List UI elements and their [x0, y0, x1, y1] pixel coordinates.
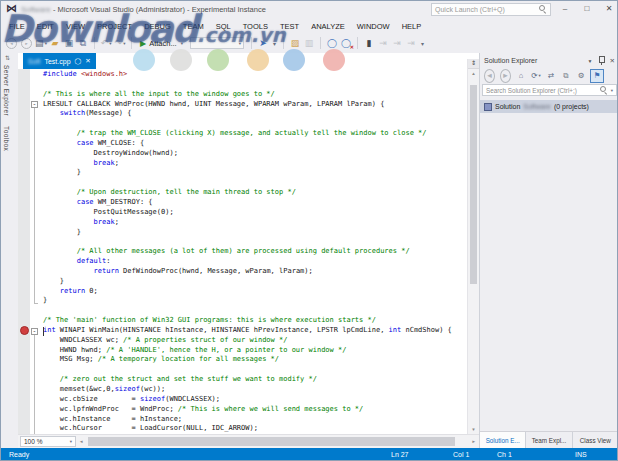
undo-icon[interactable]: ↶▾ — [100, 36, 112, 50]
solution-explorer-header[interactable]: Solution Explorer ▼ ✕ — [480, 53, 618, 68]
maximize-button[interactable]: □ — [577, 1, 597, 16]
status-bar: Ready Ln 27 Col 1 Ch 1 INS — [1, 448, 618, 461]
scroll-up-icon[interactable]: ▲ — [468, 69, 479, 78]
scroll-left-icon[interactable]: ◄ — [76, 439, 86, 444]
nav-backward-icon[interactable]: ◄ — [6, 38, 17, 49]
vertical-scroll-thumb[interactable] — [470, 85, 477, 284]
attach-label: Attach... — [149, 39, 177, 48]
menu-item-sql[interactable]: SQL — [210, 22, 237, 31]
attach-button[interactable]: ▶Attach...▾ — [137, 39, 186, 48]
status-ready: Ready — [9, 451, 29, 458]
menu-item-debug[interactable]: DEBUG — [138, 22, 177, 31]
save-all-icon[interactable]: ⧉ — [77, 36, 89, 50]
menu-item-window[interactable]: WINDOW — [351, 22, 396, 31]
pin-icon[interactable] — [598, 56, 605, 65]
properties-icon[interactable]: ⚙ — [575, 70, 587, 82]
menu-item-view[interactable]: VIEW — [60, 22, 91, 31]
fold-guide-line — [34, 335, 35, 434]
step-into-icon[interactable]: ⇥ — [377, 36, 389, 50]
chevron-down-icon[interactable]: ▼ — [588, 58, 593, 64]
split-editor-handle[interactable]: ⇕ — [468, 59, 479, 69]
minimize-button[interactable]: – — [555, 1, 575, 16]
menu-item-test[interactable]: TEST — [274, 22, 305, 31]
find-in-files-icon[interactable]: ➤ — [257, 36, 269, 50]
toolbar-options-icon[interactable]: ▾ — [271, 36, 278, 50]
close-button[interactable]: ✕ — [599, 1, 618, 16]
menu-item-project[interactable]: PROJECT — [91, 22, 138, 31]
solution-explorer-toolbar: ◄►⌂⟳▾⇄⧉⚙⚑ — [480, 68, 618, 83]
menu-item-analyze[interactable]: ANALYZE — [305, 22, 351, 31]
tab-close-icon[interactable]: ✕ — [85, 58, 90, 64]
solution-tree-item[interactable]: Solution Software (0 projects) — [480, 100, 618, 113]
code-line — [43, 365, 452, 375]
main-toolbar: ◄►▤▾▰▣⧉↶▾↷▾▶Attach...▾▾➤▾▨▥◯◯✕▮⇥⇥⇥▾ — [5, 34, 426, 52]
solution-explorer-search-input[interactable]: Search Solution Explorer (Ctrl+;) ▾ — [482, 84, 617, 96]
code-line: } — [43, 168, 452, 178]
left-vertical-tabs: Server ExplorerToolbox — [3, 65, 10, 151]
search-icon — [538, 5, 547, 14]
solution-explorer-panel: Solution Explorer ▼ ✕ ◄►⌂⟳▾⇄⧉⚙⚑ Search S… — [479, 53, 618, 448]
new-folder-icon[interactable]: ▨ — [289, 36, 301, 50]
bottom-tab-class-view[interactable]: Class View — [573, 432, 618, 448]
scroll-down-icon[interactable]: ▼ — [468, 425, 479, 434]
new-file-icon[interactable]: ▤▾ — [35, 36, 47, 50]
breakpoint-dot[interactable] — [20, 326, 29, 335]
fold-collapse-icon[interactable]: - — [31, 328, 38, 335]
menu-item-help[interactable]: HELP — [396, 22, 428, 31]
step-out-icon[interactable]: ⇥ — [405, 36, 417, 50]
breakpoint-icon[interactable]: ▮ — [363, 36, 375, 50]
code-line — [43, 178, 452, 188]
quick-launch-input[interactable]: Quick Launch (Ctrl+Q) — [431, 3, 551, 16]
bottom-tab-solution-e[interactable]: Solution E... — [480, 432, 526, 448]
code-line: wc.lpfnWndProc = WndProc; /* This is whe… — [43, 405, 452, 415]
breakpoint-margin[interactable] — [18, 69, 30, 434]
step-over-icon[interactable]: ⇥ — [391, 36, 403, 50]
code-line: /* All other messages (a lot of them) ar… — [43, 247, 452, 257]
preview-selected-icon[interactable]: ⚑ — [590, 69, 604, 83]
close-icon[interactable]: ✕ — [610, 57, 615, 65]
fold-collapse-icon[interactable]: - — [31, 101, 38, 108]
code-line: DestroyWindow(hwnd); — [43, 149, 452, 159]
scroll-right-icon[interactable]: ► — [469, 439, 479, 444]
collapse-all-icon[interactable]: ⧉ — [560, 70, 572, 82]
open-file-icon[interactable]: ▰ — [49, 36, 61, 50]
status-column: Col 1 — [453, 451, 469, 458]
save-icon[interactable]: ▣ — [63, 36, 75, 50]
tab-title: Test.cpp — [44, 58, 70, 65]
home-icon[interactable]: ⌂ — [515, 70, 527, 82]
switch-views-icon[interactable]: ⟳▾ — [530, 70, 542, 82]
code-line: /* Upon destruction, tell the main threa… — [43, 188, 452, 198]
side-tab-server-explorer[interactable]: Server Explorer — [3, 65, 10, 116]
zoom-select[interactable]: 100 % ▾ — [20, 436, 76, 447]
solution-explorer-title: Solution Explorer — [484, 57, 537, 64]
nav-forward-icon[interactable]: ► — [21, 38, 32, 49]
paste-icon[interactable]: ▥ — [303, 36, 315, 50]
new-comment-icon[interactable]: ◯ — [326, 36, 338, 50]
toolbar-separator — [131, 37, 132, 49]
code-editor[interactable]: #include <windows.h>/* This is where all… — [43, 70, 452, 434]
code-line: wc.cbSize = sizeof(WNDCLASSEX); — [43, 395, 452, 405]
toolbar-options-2-icon[interactable]: ▾ — [419, 36, 426, 50]
horizontal-scroll-thumb[interactable] — [88, 437, 455, 446]
redo-icon[interactable]: ↷▾ — [114, 36, 126, 50]
bottom-tab-team-expl[interactable]: Team Expl... — [526, 432, 572, 448]
se-forward-icon[interactable]: ► — [500, 69, 511, 83]
horizontal-scrollbar[interactable] — [86, 435, 468, 448]
menu-item-team[interactable]: TEAM — [177, 22, 210, 31]
tab-test-cpp[interactable]: Soft Test.cpp ◯ ✕ — [23, 53, 96, 69]
toolbar-combobox[interactable]: ▾ — [190, 37, 244, 49]
refresh-icon[interactable]: ⇄ — [545, 70, 557, 82]
menu-item-tools[interactable]: TOOLS — [237, 22, 274, 31]
delete-comment-icon[interactable]: ◯✕ — [340, 36, 352, 50]
side-tab-toolbox[interactable]: Toolbox — [3, 126, 10, 151]
vertical-scrollbar[interactable]: ⇕ ▲ ▼ — [467, 59, 479, 434]
code-line: } — [43, 277, 452, 287]
code-line — [43, 119, 452, 129]
toolbar-separator — [283, 37, 284, 49]
chevron-down-icon: ▾ — [611, 88, 613, 93]
solution-label-suffix: (0 projects) — [554, 103, 589, 110]
se-back-icon[interactable]: ◄ — [484, 69, 495, 83]
toolbar-separator — [94, 37, 95, 49]
menu-item-edit[interactable]: EDIT — [31, 22, 60, 31]
menu-item-file[interactable]: FILE — [3, 22, 31, 31]
